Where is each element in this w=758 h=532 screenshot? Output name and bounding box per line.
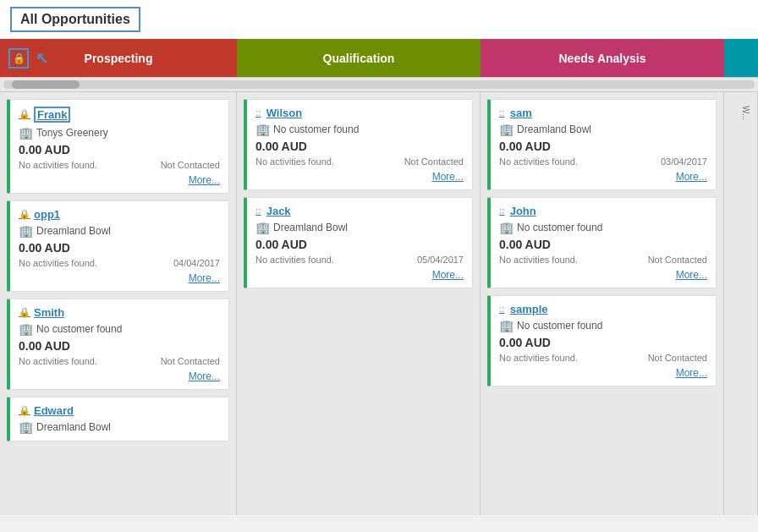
card-more-opp1[interactable]: More... bbox=[19, 271, 220, 284]
building-icon-sample: 🏢 bbox=[499, 319, 514, 332]
customer-name-edward: Dreamland Bowl bbox=[36, 421, 111, 433]
scrollbar-track[interactable] bbox=[3, 80, 755, 89]
building-icon: 🏢 bbox=[19, 126, 33, 140]
edward-link[interactable]: Edward bbox=[34, 404, 74, 417]
card-title-sam[interactable]: :: sam bbox=[499, 107, 707, 119]
card-more-sample[interactable]: More... bbox=[499, 366, 707, 379]
date-opp1: 04/04/2017 bbox=[173, 258, 220, 268]
activities-opp1: No activities found. bbox=[19, 258, 97, 268]
activities-wilson: No activities found. bbox=[255, 156, 334, 167]
date-sam: 03/04/2017 bbox=[661, 156, 707, 167]
opp-card-edward: 🔒 Edward 🏢 Dreamland Bowl bbox=[7, 397, 229, 442]
col-label-qualification: Qualification bbox=[323, 52, 395, 65]
status-frank: Not Contacted bbox=[161, 160, 220, 170]
smith-link[interactable]: Smith bbox=[34, 306, 64, 319]
card-customer-smith: 🏢 No customer found bbox=[19, 322, 220, 336]
more-link-wilson[interactable]: More... bbox=[432, 171, 464, 183]
card-more-frank[interactable]: More... bbox=[19, 173, 220, 186]
status-john: Not Contacted bbox=[648, 255, 707, 265]
kanban-col-qualification: :: Wilson 🏢 No customer found 0.00 AUD N… bbox=[237, 92, 481, 515]
card-more-wilson[interactable]: More... bbox=[255, 170, 464, 183]
opp-card-sample: :: sample 🏢 No customer found 0.00 AUD N… bbox=[487, 295, 717, 387]
card-title-john[interactable]: :: John bbox=[499, 205, 707, 217]
scrollbar-row[interactable] bbox=[0, 77, 758, 92]
card-title-wilson[interactable]: :: Wilson bbox=[255, 107, 464, 119]
customer-name-john: No customer found bbox=[517, 222, 602, 233]
scrollbar-thumb[interactable] bbox=[12, 80, 80, 89]
sample-link[interactable]: sample bbox=[510, 303, 548, 315]
card-footer-opp1: No activities found. 04/04/2017 bbox=[19, 258, 220, 268]
activities-frank: No activities found. bbox=[19, 160, 97, 170]
drag-dots-john: :: bbox=[499, 206, 505, 216]
prospecting-icon: 🔒 bbox=[8, 48, 29, 69]
drag-dots-wilson: :: bbox=[255, 108, 261, 118]
card-title-sample[interactable]: :: sample bbox=[499, 303, 707, 315]
wilson-link[interactable]: Wilson bbox=[266, 107, 303, 119]
customer-name-smith: No customer found bbox=[36, 323, 122, 335]
opp-card-john: :: John 🏢 No customer found 0.00 AUD No … bbox=[487, 197, 717, 288]
drag-dots-sample: :: bbox=[499, 304, 505, 314]
card-title-edward[interactable]: 🔒 Edward bbox=[19, 404, 220, 417]
card-amount-jack: 0.00 AUD bbox=[255, 238, 464, 251]
card-more-smith[interactable]: More... bbox=[19, 370, 220, 382]
card-amount-sample: 0.00 AUD bbox=[499, 336, 707, 349]
col-label-needs-analysis: Needs Analysis bbox=[559, 52, 646, 65]
activities-sam: No activities found. bbox=[499, 156, 578, 167]
card-customer-edward: 🏢 Dreamland Bowl bbox=[19, 420, 220, 434]
john-link[interactable]: John bbox=[510, 205, 536, 217]
card-more-jack[interactable]: More... bbox=[255, 268, 464, 281]
card-footer-frank: No activities found. Not Contacted bbox=[19, 160, 220, 170]
more-link-jack[interactable]: More... bbox=[432, 269, 464, 281]
date-jack: 05/04/2017 bbox=[417, 255, 464, 265]
building-icon-opp1: 🏢 bbox=[19, 224, 33, 238]
customer-name-frank: Tonys Greenery bbox=[36, 127, 108, 139]
kanban-header: 🔒 ↖ Prospecting Qualification Needs Anal… bbox=[0, 39, 758, 77]
building-icon-john: 🏢 bbox=[499, 221, 514, 234]
more-link-john[interactable]: More... bbox=[676, 269, 707, 281]
card-footer-jack: No activities found. 05/04/2017 bbox=[255, 255, 464, 265]
customer-name-sample: No customer found bbox=[517, 320, 602, 332]
col-header-prospecting: 🔒 ↖ Prospecting bbox=[0, 39, 237, 77]
card-customer-wilson: 🏢 No customer found bbox=[255, 123, 464, 136]
kanban-body: 🔒 Frank 🏢 Tonys Greenery 0.00 AUD No act… bbox=[0, 92, 758, 515]
more-link-opp1[interactable]: More... bbox=[189, 272, 220, 284]
customer-name-opp1: Dreamland Bowl bbox=[36, 225, 111, 237]
card-amount-sam: 0.00 AUD bbox=[499, 140, 707, 153]
col4-partial-card: W... bbox=[731, 99, 750, 120]
card-title-jack[interactable]: :: Jack bbox=[255, 205, 464, 217]
drag-dots-sam: :: bbox=[499, 108, 505, 118]
col-header-4 bbox=[724, 39, 758, 77]
more-link-smith[interactable]: More... bbox=[189, 370, 220, 382]
card-title-opp1[interactable]: 🔒 opp1 bbox=[19, 208, 220, 221]
building-icon-jack: 🏢 bbox=[255, 221, 270, 234]
card-customer-sample: 🏢 No customer found bbox=[499, 319, 707, 332]
card-amount-smith: 0.00 AUD bbox=[19, 339, 220, 353]
building-icon-wilson: 🏢 bbox=[255, 123, 270, 136]
status-wilson: Not Contacted bbox=[404, 156, 464, 167]
opp1-link[interactable]: opp1 bbox=[34, 208, 60, 221]
col-header-qualification: Qualification bbox=[237, 39, 481, 77]
card-footer-smith: No activities found. Not Contacted bbox=[19, 356, 220, 366]
card-title-frank[interactable]: 🔒 Frank bbox=[19, 107, 220, 123]
card-customer-sam: 🏢 Dreamland Bowl bbox=[499, 123, 707, 136]
opp-card-frank: 🔒 Frank 🏢 Tonys Greenery 0.00 AUD No act… bbox=[7, 99, 229, 194]
opp-card-sam: :: sam 🏢 Dreamland Bowl 0.00 AUD No acti… bbox=[487, 99, 717, 190]
card-more-sam[interactable]: More... bbox=[499, 170, 707, 183]
jack-link[interactable]: Jack bbox=[266, 205, 291, 217]
opp-card-jack: :: Jack 🏢 Dreamland Bowl 0.00 AUD No act… bbox=[244, 197, 473, 288]
card-customer-frank: 🏢 Tonys Greenery bbox=[19, 126, 220, 140]
building-icon-smith: 🏢 bbox=[19, 322, 33, 336]
card-amount-frank: 0.00 AUD bbox=[19, 143, 220, 156]
frank-link[interactable]: Frank bbox=[34, 107, 70, 123]
sam-link[interactable]: sam bbox=[510, 107, 532, 119]
status-sample: Not Contacted bbox=[648, 353, 707, 363]
more-link-sample[interactable]: More... bbox=[676, 367, 707, 379]
lock-icon-edward: 🔒 bbox=[19, 405, 30, 416]
more-link-sam[interactable]: More... bbox=[676, 171, 707, 183]
card-customer-john: 🏢 No customer found bbox=[499, 221, 707, 234]
more-link-frank[interactable]: More... bbox=[189, 174, 220, 186]
card-more-john[interactable]: More... bbox=[499, 268, 707, 281]
card-title-smith[interactable]: 🔒 Smith bbox=[19, 306, 220, 319]
opp-card-smith: 🔒 Smith 🏢 No customer found 0.00 AUD No … bbox=[7, 299, 229, 390]
activities-jack: No activities found. bbox=[255, 255, 334, 265]
